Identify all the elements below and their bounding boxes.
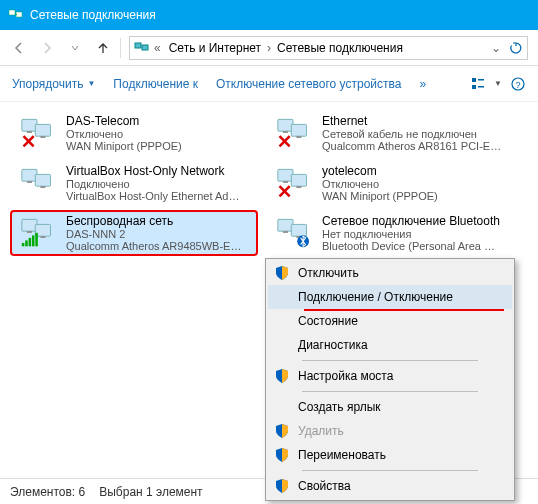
- svg-rect-24: [27, 181, 32, 183]
- connection-device: WAN Miniport (PPPOE): [322, 190, 508, 202]
- up-button[interactable]: [90, 35, 116, 61]
- chevron-right-icon: ›: [267, 41, 271, 55]
- svg-rect-34: [27, 231, 32, 233]
- network-adapter-icon: [273, 166, 313, 198]
- status-selected-count: Выбран 1 элемент: [99, 485, 202, 499]
- svg-rect-29: [296, 186, 301, 188]
- address-bar[interactable]: « Сеть и Интернет › Сетевые подключения …: [129, 36, 528, 60]
- connection-status: Отключено: [322, 178, 508, 190]
- svg-rect-13: [40, 136, 45, 138]
- context-menu-item[interactable]: Создать ярлык: [268, 395, 512, 419]
- menu-separator: [302, 470, 478, 471]
- svg-rect-16: [278, 119, 293, 131]
- network-adapter-icon: [17, 116, 57, 148]
- connection-name: Беспроводная сеть: [66, 214, 252, 228]
- connection-device: VirtualBox Host-Only Ethernet Ad…: [66, 190, 252, 202]
- connection-status: DAS-NNN 2: [66, 228, 252, 240]
- connection-device: WAN Miniport (PPPOE): [66, 140, 252, 152]
- svg-rect-40: [35, 233, 38, 246]
- svg-rect-41: [278, 219, 293, 231]
- view-options-icon[interactable]: [470, 76, 486, 92]
- svg-rect-28: [283, 181, 288, 183]
- svg-rect-37: [25, 240, 28, 246]
- svg-rect-27: [291, 174, 306, 186]
- context-menu-item[interactable]: Состояние: [268, 309, 512, 333]
- network-adapter-icon: [17, 166, 57, 198]
- network-adapter-icon: [273, 116, 313, 148]
- connection-item[interactable]: yotelecomОтключеноWAN Miniport (PPPOE): [266, 160, 514, 206]
- context-menu-item[interactable]: Отключить: [268, 261, 512, 285]
- connection-device: Qualcomm Atheros AR8161 PCI-E…: [322, 140, 508, 152]
- connection-item[interactable]: Беспроводная сетьDAS-NNN 2Qualcomm Ather…: [10, 210, 258, 256]
- context-menu-label: Создать ярлык: [298, 400, 504, 414]
- svg-text:?: ?: [515, 80, 520, 90]
- context-menu-item[interactable]: Переименовать: [268, 443, 512, 467]
- network-adapter-icon: [17, 216, 57, 248]
- context-menu-label: Переименовать: [298, 448, 504, 462]
- shield-icon: [274, 447, 290, 463]
- context-menu-item[interactable]: Свойства: [268, 474, 512, 498]
- organize-label: Упорядочить: [12, 77, 83, 91]
- connection-name: yotelecom: [322, 164, 508, 178]
- context-menu-label: Настройка моста: [298, 369, 504, 383]
- svg-rect-32: [22, 219, 37, 231]
- svg-rect-10: [22, 119, 37, 131]
- chevron-down-icon[interactable]: ⌄: [487, 41, 505, 55]
- history-dropdown[interactable]: [62, 35, 88, 61]
- back-button[interactable]: [6, 35, 32, 61]
- context-menu-item[interactable]: Настройка моста: [268, 364, 512, 388]
- connection-text: yotelecomОтключеноWAN Miniport (PPPOE): [322, 164, 508, 202]
- more-button[interactable]: »: [419, 77, 426, 91]
- connection-status: Сетевой кабель не подключен: [322, 128, 508, 140]
- context-menu-label: Диагностика: [298, 338, 504, 352]
- arrow-left-icon: [10, 39, 28, 57]
- breadcrumb-sep: «: [154, 41, 161, 55]
- svg-rect-22: [22, 169, 37, 181]
- svg-rect-43: [283, 231, 288, 233]
- shield-icon: [274, 368, 290, 384]
- chevron-down-icon: ▼: [87, 79, 95, 88]
- help-icon[interactable]: ?: [510, 76, 526, 92]
- shield-icon: [274, 423, 290, 439]
- context-menu-label: Свойства: [298, 479, 504, 493]
- svg-rect-17: [291, 124, 306, 136]
- window-title: Сетевые подключения: [30, 8, 156, 22]
- chevron-down-icon[interactable]: ▼: [494, 79, 502, 88]
- organize-menu[interactable]: Упорядочить ▼: [12, 77, 95, 91]
- svg-rect-11: [35, 124, 50, 136]
- forward-button[interactable]: [34, 35, 60, 61]
- menu-separator: [302, 360, 478, 361]
- connection-name: Сетевое подключение Bluetooth: [322, 214, 508, 228]
- svg-rect-7: [478, 86, 484, 88]
- connection-item[interactable]: VirtualBox Host-Only NetworkПодключеноVi…: [10, 160, 258, 206]
- context-menu-label: Состояние: [298, 314, 504, 328]
- disable-device-button[interactable]: Отключение сетевого устройства: [216, 77, 401, 91]
- context-menu: ОтключитьПодключение / ОтключениеСостоян…: [265, 258, 515, 501]
- connection-item[interactable]: DAS-TelecomОтключеноWAN Miniport (PPPOE): [10, 110, 258, 156]
- connection-item[interactable]: EthernetСетевой кабель не подключенQualc…: [266, 110, 514, 156]
- connect-to-button[interactable]: Подключение к: [113, 77, 198, 91]
- svg-rect-23: [35, 174, 50, 186]
- refresh-icon[interactable]: [509, 41, 523, 55]
- svg-rect-12: [27, 131, 32, 133]
- connection-text: Беспроводная сетьDAS-NNN 2Qualcomm Ather…: [66, 214, 252, 252]
- connection-status: Нет подключения: [322, 228, 508, 240]
- context-menu-label: Подключение / Отключение: [298, 290, 504, 304]
- breadcrumb-parent[interactable]: Сеть и Интернет: [165, 39, 265, 57]
- disable-label: Отключение сетевого устройства: [216, 77, 401, 91]
- svg-rect-25: [40, 186, 45, 188]
- svg-rect-4: [472, 78, 476, 82]
- connection-item[interactable]: Сетевое подключение BluetoothНет подключ…: [266, 210, 514, 256]
- arrow-right-icon: [38, 39, 56, 57]
- context-menu-item[interactable]: Диагностика: [268, 333, 512, 357]
- connection-name: VirtualBox Host-Only Network: [66, 164, 252, 178]
- shield-icon: [274, 478, 290, 494]
- svg-rect-5: [472, 85, 476, 89]
- breadcrumb-current[interactable]: Сетевые подключения: [273, 39, 407, 57]
- connection-text: DAS-TelecomОтключеноWAN Miniport (PPPOE): [66, 114, 252, 152]
- shield-icon: [274, 265, 290, 281]
- svg-rect-38: [29, 238, 32, 246]
- context-menu-item[interactable]: Подключение / Отключение: [268, 285, 512, 309]
- connection-name: Ethernet: [322, 114, 508, 128]
- arrow-up-icon: [94, 39, 112, 57]
